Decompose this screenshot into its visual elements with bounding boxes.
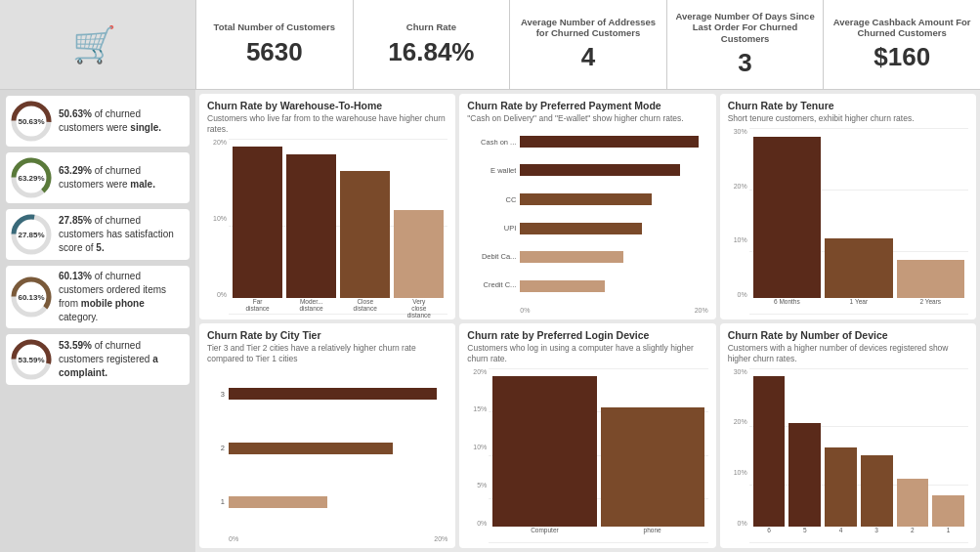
kpi-value-1: 16.84%: [388, 37, 474, 67]
chart-subtitle-tenure: Short tenure customers, exhibit higher c…: [728, 113, 968, 124]
bar-col-5-2: [825, 368, 857, 527]
chart-subtitle-payment: "Cash on Delivery" and "E-wallet" show h…: [467, 113, 707, 124]
hbar-1-1: [520, 164, 679, 176]
kpi-label-1: Churn Rate: [406, 21, 456, 32]
y-label-1-5: Credit C...: [467, 280, 516, 289]
bar-5-0: [753, 376, 786, 527]
stat-row-2: 27.85% 27.85% of churned customers has s…: [6, 209, 190, 260]
chart-area-payment: Cash on ...E walletCCUPIDebit Ca...Credi…: [467, 128, 707, 313]
donut-3: 60.13%: [10, 276, 53, 318]
donut-0: 50.63%: [10, 100, 53, 143]
kpi-label-3: Average Number Of Days Since Last Order …: [671, 11, 820, 44]
bar-2-2: [897, 260, 964, 297]
bar-col-0-1: [286, 139, 336, 297]
bar-col-4-1: [601, 368, 704, 527]
bar-4-1: [601, 407, 704, 527]
x-label: 0%: [229, 535, 238, 542]
hbar-3-1: [229, 443, 393, 454]
kpi-label-2: Average Number of Addresses for Churned …: [514, 17, 662, 39]
x-label-0-0: Fardistance: [233, 298, 282, 314]
hbar-1-4: [520, 251, 623, 263]
x-label-0-1: Moder...distance: [286, 298, 336, 314]
bar-2-1: [825, 238, 892, 298]
y-label-3-0: 3: [207, 390, 225, 399]
stat-row-4: 53.59% 53.59% of churned customers regis…: [6, 334, 190, 385]
x-label: 20%: [695, 307, 708, 314]
chart-title-payment: Churn Rate by Preferred Payment Mode: [467, 100, 707, 111]
chart-title-numdevice: Churn Rate by Number of Device: [728, 329, 968, 341]
chart-card-tenure: Churn Rate by Tenure Short tenure custom…: [720, 94, 976, 319]
bar-col-0-0: [233, 139, 282, 297]
kpi-item-4: Average Cashback Amount For Churned Cust…: [823, 0, 980, 89]
chart-area-device: 20%15%10%5%0% Computerphone: [467, 368, 707, 542]
y-label: 15%: [473, 405, 487, 412]
y-label-1-3: UPI: [467, 224, 516, 233]
kpi-label-4: Average Cashback Amount For Churned Cust…: [828, 17, 976, 39]
bar-col-4-0: [492, 368, 596, 527]
x-label-5-3: 3: [861, 527, 893, 542]
stat-row-3: 60.13% 60.13% of churned customers order…: [6, 266, 190, 328]
hbar-1-5: [520, 280, 605, 292]
bar-col-5-4: [897, 368, 929, 527]
chart-card-numdevice: Churn Rate by Number of Device Customers…: [720, 323, 976, 549]
bar-0-0: [233, 147, 282, 297]
cart-icon: 🛒: [72, 24, 116, 65]
chart-subtitle-warehouse: Customers who live far from to the wareh…: [207, 113, 447, 135]
y-label-1-0: Cash on ...: [467, 138, 516, 147]
chart-subtitle-numdevice: Customers with a higher number of device…: [728, 343, 968, 364]
y-label: 10%: [213, 215, 227, 222]
donut-2: 27.85%: [10, 213, 53, 256]
bar-col-2-1: [825, 128, 892, 297]
chart-title-warehouse: Churn Rate by Warehouse-To-Home: [207, 100, 447, 111]
chart-subtitle-citytier: Tier 3 and Tier 2 cities have a relative…: [207, 343, 447, 364]
kpi-value-0: 5630: [246, 37, 303, 67]
y-label: 10%: [473, 444, 487, 450]
kpi-item-0: Total Number of Customers 5630: [195, 0, 353, 89]
hbar-1-0: [520, 136, 699, 148]
x-label-2-2: 2 Years: [897, 298, 964, 314]
chart-area-numdevice: 30%20%10%0% 654321: [728, 368, 968, 542]
x-label-4-0: Computer: [492, 527, 596, 542]
x-label-5-0: 6: [753, 527, 786, 542]
bar-5-4: [897, 479, 929, 527]
x-label-5-5: 1: [932, 527, 964, 542]
y-label-1-4: Debit Ca...: [467, 252, 516, 261]
x-label-5-2: 4: [825, 527, 857, 542]
y-label: 0%: [217, 291, 227, 298]
y-label: 30%: [734, 128, 747, 135]
y-label: 10%: [734, 236, 747, 243]
bar-5-1: [788, 423, 821, 527]
chart-card-warehouse: Churn Rate by Warehouse-To-Home Customer…: [199, 94, 455, 319]
y-label-3-2: 1: [207, 497, 225, 506]
y-label: 20%: [213, 139, 227, 146]
chart-area-warehouse: 20%10%0% FardistanceModer...distanceClos…: [207, 139, 447, 313]
chart-title-tenure: Churn Rate by Tenure: [728, 100, 968, 111]
stat-text-3: 60.13% of churned customers ordered item…: [59, 270, 186, 324]
stat-row-1: 63.29% 63.29% of churned customers were …: [6, 152, 190, 203]
hbar-3-2: [229, 496, 327, 508]
charts-grid: Churn Rate by Warehouse-To-Home Customer…: [195, 90, 980, 552]
stat-text-0: 50.63% of churned customers were single.: [59, 107, 186, 135]
bar-col-2-0: [753, 128, 821, 297]
bar-5-2: [825, 447, 857, 527]
logo-section: 🛒: [0, 0, 195, 89]
bar-col-0-2: [340, 139, 390, 297]
y-label: 0%: [477, 520, 487, 527]
donut-4: 53.59%: [10, 338, 53, 381]
kpi-label-0: Total Number of Customers: [214, 21, 335, 32]
bar-col-5-1: [788, 368, 821, 527]
donut-label-3: 60.13%: [18, 293, 44, 302]
donut-label-1: 63.29%: [18, 174, 44, 183]
chart-card-device: Churn rate by Preferred Login Device Cus…: [459, 323, 715, 549]
y-label: 20%: [734, 418, 747, 425]
bar-col-5-0: [753, 368, 786, 527]
hbar-1-2: [520, 193, 652, 205]
kpi-value-3: 3: [738, 48, 751, 78]
y-label: 0%: [738, 520, 747, 527]
hbar-1-3: [520, 223, 642, 234]
donut-1: 63.29%: [10, 156, 53, 199]
kpi-item-2: Average Number of Addresses for Churned …: [509, 0, 666, 89]
bar-5-5: [932, 495, 964, 527]
x-label-5-4: 2: [897, 527, 929, 542]
stat-text-1: 63.29% of churned customers were male.: [59, 164, 186, 191]
